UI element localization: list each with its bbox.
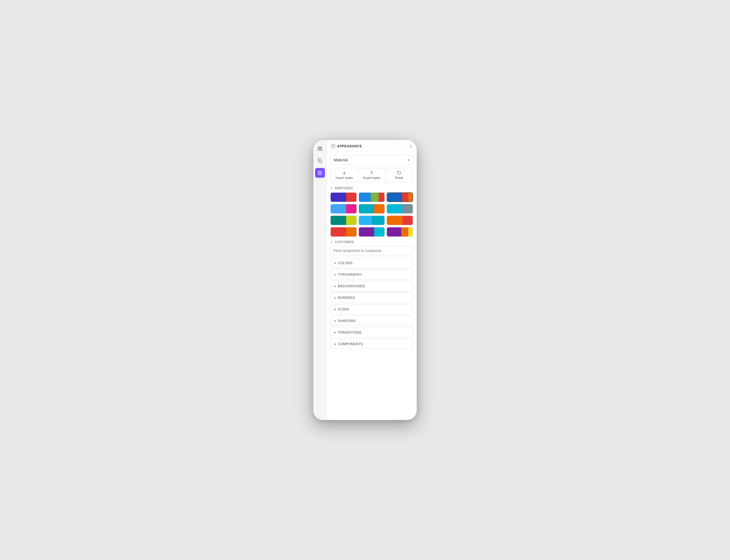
components-label: COMPONENTS — [338, 342, 363, 346]
panel-title: APPEARANCE — [331, 144, 362, 148]
reset-label: Reset — [395, 176, 403, 180]
panel-header: APPEARANCE ∧ — [327, 140, 417, 152]
svg-point-9 — [331, 144, 335, 148]
swatches-label: SWATCHES — [335, 187, 353, 190]
sidebar-icon-widgets[interactable] — [315, 144, 325, 153]
swatch-item[interactable] — [386, 227, 413, 237]
theme-name: Material — [334, 158, 348, 162]
appearance-icon — [331, 144, 335, 148]
swatch-item[interactable] — [330, 192, 357, 202]
panel-title-text: APPEARANCE — [337, 144, 362, 148]
borders-label: BORDERS — [338, 296, 355, 299]
customize-row-borders[interactable]: ▶ BORDERS — [330, 292, 413, 303]
swatches-header: ▼ SWATCHES — [330, 185, 413, 192]
typography-arrow: ▶ — [334, 273, 336, 276]
colors-arrow: ▶ — [334, 262, 336, 264]
customize-row-components[interactable]: ▶ COMPONENTS — [330, 339, 413, 349]
svg-point-7 — [320, 172, 321, 173]
customize-row-colors[interactable]: ▶ COLORS — [330, 258, 413, 268]
svg-rect-4 — [320, 160, 322, 162]
transitions-arrow: ▶ — [334, 331, 336, 334]
export-icon — [369, 171, 374, 175]
swatch-item[interactable] — [330, 204, 357, 214]
sidebar-icon-copy[interactable] — [315, 156, 325, 166]
backgrounds-arrow: ▶ — [334, 285, 336, 288]
sidebar-icon-palette[interactable] — [315, 168, 325, 178]
swatch-item[interactable] — [359, 215, 385, 225]
swatch-item[interactable] — [386, 215, 413, 225]
transitions-label: TRANSITIONS — [338, 331, 362, 334]
import-label: Import styles — [336, 176, 353, 180]
svg-rect-3 — [320, 149, 322, 150]
customize-row-backgrounds[interactable]: ▶ BACKGROUNDS — [330, 281, 413, 291]
reset-icon — [397, 171, 401, 175]
customize-row-transitions[interactable]: ▶ TRANSITIONS — [330, 327, 413, 338]
swatch-item[interactable] — [359, 192, 385, 202]
swatch-item[interactable] — [330, 215, 357, 225]
customize-items: ▶ COLORS ▶ TYPOGRAPHY ▶ BACKGROUNDS ▶ BO… — [330, 258, 413, 354]
sidebar — [313, 140, 327, 420]
customize-row-shadows[interactable]: ▶ SHADOWS — [330, 316, 413, 326]
swatches-section: ▼ SWATCHES — [330, 185, 413, 237]
import-styles-button[interactable]: Import styles — [331, 168, 358, 182]
export-label: Export styles — [363, 176, 380, 180]
svg-rect-0 — [318, 147, 320, 148]
customize-row-typography[interactable]: ▶ TYPOGRAPHY — [330, 269, 413, 280]
svg-point-6 — [319, 172, 320, 173]
theme-selector-chevron: ▾ — [408, 158, 410, 162]
colors-label: COLORS — [338, 261, 353, 265]
theme-selector[interactable]: Material ▾ — [330, 155, 413, 165]
swatch-item[interactable] — [386, 204, 413, 214]
svg-rect-1 — [320, 147, 322, 148]
borders-arrow: ▶ — [334, 296, 336, 299]
icons-arrow: ▶ — [334, 308, 336, 311]
shadows-arrow: ▶ — [334, 320, 336, 322]
typography-label: TYPOGRAPHY — [338, 273, 362, 276]
backgrounds-label: BACKGROUNDS — [338, 284, 365, 288]
svg-rect-2 — [318, 149, 320, 150]
swatch-item[interactable] — [330, 227, 357, 237]
swatches-grid — [330, 192, 413, 237]
customize-arrow: ▼ — [330, 241, 333, 243]
swatch-item-selected[interactable] — [386, 192, 413, 202]
customize-label: CUSTOMIZE — [335, 240, 354, 244]
reset-button[interactable]: Reset — [386, 168, 413, 182]
shadows-label: SHADOWS — [338, 319, 356, 323]
customize-row-icons[interactable]: ▶ ICONS — [330, 304, 413, 314]
icons-label: ICONS — [338, 307, 349, 311]
import-icon — [342, 171, 347, 175]
svg-point-8 — [320, 173, 320, 174]
components-arrow: ▶ — [334, 343, 336, 345]
swatch-item[interactable] — [359, 204, 385, 214]
panel-close-button[interactable]: ∧ — [409, 144, 412, 149]
main-panel: APPEARANCE ∧ Material ▾ Import styles — [327, 140, 417, 420]
swatch-item[interactable] — [359, 227, 385, 237]
swatches-arrow: ▼ — [330, 187, 333, 190]
action-buttons: Import styles Export styles Reset — [330, 168, 413, 182]
customize-section: ▼ CUSTOMIZE ▶ COLORS ▶ TYPOGRAPHY ▶ BACK… — [330, 239, 413, 354]
phone-container: APPEARANCE ∧ Material ▾ Import styles — [313, 140, 417, 420]
customize-search-input[interactable] — [330, 246, 413, 255]
customize-header: ▼ CUSTOMIZE — [330, 239, 413, 246]
export-styles-button[interactable]: Export styles — [358, 168, 385, 182]
